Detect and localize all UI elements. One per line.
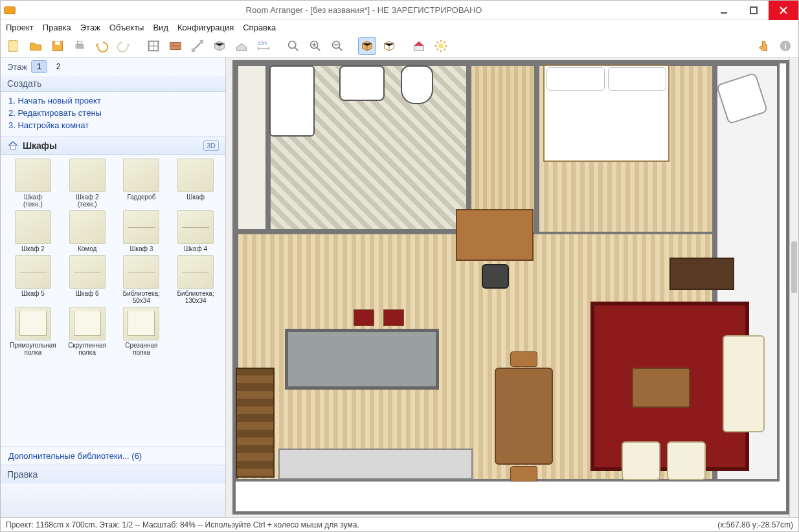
- canvas-vscrollbar[interactable]: [789, 58, 798, 517]
- library-item[interactable]: Прямоугольная полка: [7, 307, 59, 356]
- library-scroll[interactable]: Шкаф (техн.)Шкаф 2 (техн.)ГардеробШкафШк…: [1, 155, 225, 447]
- object-desk-chair[interactable]: [482, 264, 509, 289]
- library-title: Шкафы: [23, 140, 203, 151]
- object-dining-chair-bottom[interactable]: [510, 466, 537, 482]
- shade-on-button[interactable]: [358, 37, 376, 55]
- menu-view[interactable]: Вид: [153, 23, 168, 32]
- library-item[interactable]: Скругленная полка: [62, 307, 113, 356]
- object-kitchen-island[interactable]: [285, 329, 439, 390]
- menu-project[interactable]: Проект: [6, 23, 34, 32]
- maximize-button[interactable]: [739, 1, 769, 20]
- object-tv[interactable]: [670, 258, 734, 290]
- zoomout-button[interactable]: [328, 37, 346, 55]
- object-bathtub[interactable]: [269, 65, 315, 137]
- object-kitchen-counter[interactable]: [278, 449, 473, 480]
- menu-objects[interactable]: Объекты: [109, 23, 144, 32]
- object-dining-table[interactable]: [495, 368, 553, 465]
- svg-rect-19: [10, 146, 16, 150]
- floor-tab-2[interactable]: 2: [51, 61, 66, 72]
- roof-button[interactable]: [232, 37, 251, 55]
- library-item[interactable]: Шкаф 4: [170, 210, 221, 252]
- edit-panel-head[interactable]: Правка: [1, 465, 225, 483]
- library-item[interactable]: Гардероб: [116, 159, 168, 208]
- object-sink[interactable]: [339, 65, 385, 101]
- object-armchair-right[interactable]: [667, 441, 706, 480]
- floor-tab-1[interactable]: 1: [31, 60, 47, 73]
- create-step-1[interactable]: 1. Начать новый проект: [8, 94, 218, 107]
- library-item[interactable]: Шкаф 3: [116, 210, 168, 252]
- library-item[interactable]: Библиотека; 50x34: [116, 255, 168, 304]
- svg-point-13: [289, 41, 296, 48]
- new-button[interactable]: [5, 37, 23, 55]
- minimize-button[interactable]: [709, 1, 739, 20]
- library-item[interactable]: Комод: [62, 210, 113, 252]
- svg-rect-10: [192, 48, 196, 52]
- object-coffee-table[interactable]: [632, 368, 690, 408]
- more-libraries-link[interactable]: Дополнительные библиотеки... (6): [1, 447, 225, 465]
- library-item[interactable]: Шкаф 2: [7, 210, 59, 252]
- library-thumb: [69, 307, 106, 340]
- redo-button[interactable]: [115, 37, 133, 55]
- library-item-label: Шкаф 2: [21, 245, 45, 252]
- canvas-area[interactable]: [226, 58, 798, 517]
- visibility-button[interactable]: [432, 37, 450, 55]
- zoomfit-button[interactable]: [284, 37, 302, 55]
- object-stool-1[interactable]: [354, 309, 374, 326]
- library-panel-head[interactable]: Шкафы 3D: [1, 137, 225, 155]
- toolbar: 3,5m i: [1, 34, 798, 58]
- library-item[interactable]: Срезанная полка: [116, 307, 168, 356]
- library-item[interactable]: Шкаф 5: [7, 255, 59, 304]
- object-sofa[interactable]: [723, 335, 765, 432]
- library-item[interactable]: Библиотека; 130x34: [170, 255, 221, 304]
- object-armchair-left[interactable]: [622, 441, 660, 480]
- measure-button[interactable]: [188, 37, 207, 55]
- library-item-label: Шкаф 5: [21, 290, 45, 297]
- library-thumb: [177, 159, 214, 192]
- close-button[interactable]: [769, 1, 798, 20]
- three-d-badge[interactable]: 3D: [203, 140, 219, 151]
- menu-help[interactable]: Справка: [243, 23, 276, 32]
- bricks-button[interactable]: [166, 37, 185, 55]
- svg-text:3,5m: 3,5m: [258, 41, 267, 45]
- info-button[interactable]: i: [776, 37, 794, 55]
- library-item[interactable]: Шкаф: [170, 159, 221, 208]
- shade-off-button[interactable]: [380, 37, 398, 55]
- library-item[interactable]: Шкаф 2 (техн.): [62, 159, 113, 208]
- library-item-label: Шкаф: [186, 194, 205, 201]
- touch-button[interactable]: [754, 37, 772, 55]
- create-step-3[interactable]: 3. Настройка комнат: [8, 119, 218, 131]
- canvas-vscroll-thumb[interactable]: [791, 241, 797, 293]
- object-dining-chair-top[interactable]: [510, 351, 537, 367]
- object-desk[interactable]: [456, 209, 534, 261]
- object-stairs[interactable]: [236, 368, 275, 478]
- object-toilet[interactable]: [401, 65, 433, 104]
- menu-edit[interactable]: Правка: [43, 23, 71, 32]
- library-item[interactable]: Шкаф (техн.): [7, 159, 59, 208]
- undo-button[interactable]: [93, 37, 111, 55]
- library-thumb: [69, 159, 106, 192]
- object-pillow-1[interactable]: [546, 67, 605, 91]
- floor-label: Этаж: [7, 62, 27, 72]
- create-step-2[interactable]: 2. Редактировать стены: [8, 107, 218, 119]
- walls-button[interactable]: [144, 37, 163, 55]
- floor-plan[interactable]: [232, 60, 789, 515]
- library-thumb: [15, 255, 51, 289]
- room-entry[interactable]: [236, 63, 268, 232]
- zoomin-button[interactable]: [306, 37, 324, 55]
- floor-row: Этаж 1 2: [1, 58, 225, 76]
- create-panel-head[interactable]: Создать: [1, 76, 225, 92]
- print-button[interactable]: [71, 37, 89, 55]
- open-button[interactable]: [27, 37, 45, 55]
- object-stool-2[interactable]: [383, 309, 404, 326]
- dim-button[interactable]: 3,5m: [254, 37, 273, 55]
- menu-config[interactable]: Конфигурация: [177, 23, 234, 32]
- home-icon: [7, 140, 19, 151]
- object-pillow-2[interactable]: [608, 67, 666, 91]
- house-button[interactable]: [410, 37, 428, 55]
- library-item-label: Скругленная полка: [68, 342, 106, 356]
- library-item[interactable]: Шкаф 6: [62, 255, 113, 304]
- library-thumb: [69, 255, 106, 289]
- menu-floor[interactable]: Этаж: [80, 23, 100, 32]
- box3d-button[interactable]: [210, 37, 229, 55]
- save-button[interactable]: [49, 37, 67, 55]
